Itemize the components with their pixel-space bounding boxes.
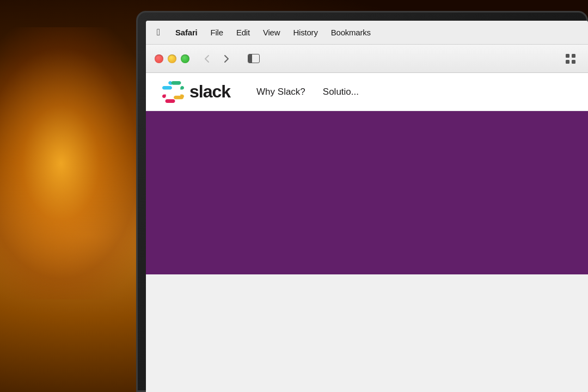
screen-area:  Safari File Edit View History Bookmark… — [146, 21, 588, 392]
tabs-grid-button[interactable] — [562, 51, 579, 66]
svg-rect-3 — [572, 60, 575, 64]
nav-buttons — [198, 51, 235, 66]
laptop-frame:  Safari File Edit View History Bookmark… — [136, 11, 588, 392]
macos-menu-bar:  Safari File Edit View History Bookmark… — [146, 21, 588, 45]
sidebar-toggle-button[interactable] — [244, 51, 264, 66]
slack-logo-icon — [162, 81, 184, 103]
slack-hero-section — [146, 111, 588, 274]
maximize-button[interactable] — [181, 54, 189, 63]
view-menu[interactable]: View — [263, 28, 280, 37]
close-button[interactable] — [155, 54, 163, 63]
sidebar-icon-left — [248, 54, 252, 63]
forward-button[interactable] — [218, 51, 235, 66]
light-glow — [0, 27, 152, 299]
svg-rect-2 — [566, 60, 569, 64]
slack-wordmark: slack — [189, 82, 230, 102]
svg-rect-1 — [572, 54, 575, 58]
slack-nav: slack Why Slack? Solutio... — [146, 73, 588, 111]
why-slack-nav-item[interactable]: Why Slack? — [256, 87, 305, 97]
svg-rect-0 — [566, 54, 569, 58]
minimize-button[interactable] — [168, 54, 176, 63]
bookmarks-menu[interactable]: Bookmarks — [331, 28, 371, 37]
browser-toolbar — [146, 45, 588, 73]
back-button[interactable] — [198, 51, 216, 66]
apple-menu[interactable]:  — [157, 27, 160, 38]
solutions-nav-item[interactable]: Solutio... — [323, 87, 359, 97]
history-menu[interactable]: History — [293, 28, 317, 37]
website-content: slack Why Slack? Solutio... — [146, 73, 588, 274]
traffic-lights — [155, 54, 189, 63]
safari-menu[interactable]: Safari — [175, 28, 198, 37]
file-menu[interactable]: File — [211, 28, 223, 37]
slack-logo-area: slack — [162, 81, 230, 103]
sidebar-icon-right — [252, 54, 259, 63]
edit-menu[interactable]: Edit — [236, 28, 250, 37]
sidebar-icon — [248, 54, 260, 63]
